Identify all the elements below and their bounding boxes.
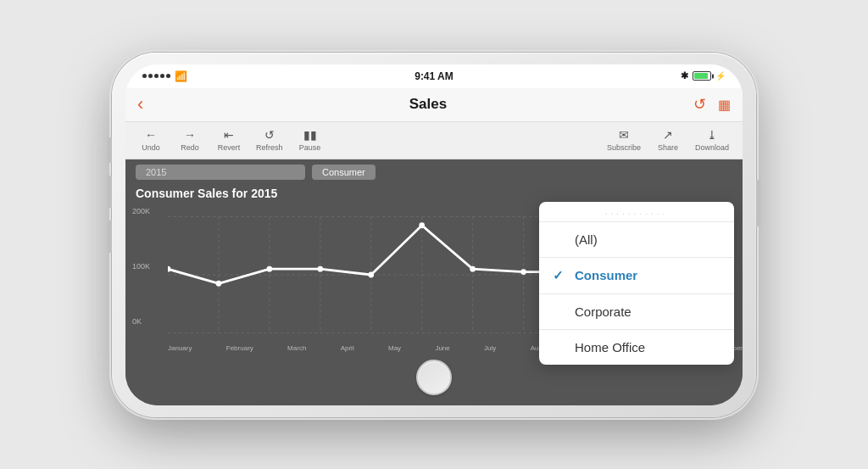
battery-fill xyxy=(694,73,708,79)
signal-dots xyxy=(142,74,170,78)
dropdown-overlay: ........... (All) ✓ Consumer Corporate xyxy=(539,202,734,365)
dropdown-check-consumer: ✓ xyxy=(553,268,566,283)
home-button[interactable] xyxy=(416,360,452,395)
svg-point-13 xyxy=(168,265,170,271)
volume-up-button[interactable] xyxy=(108,176,112,208)
share-label: Share xyxy=(658,143,678,152)
navigation-bar: ‹ Sales ↺ ▦ xyxy=(125,88,743,122)
x-label-jul: July xyxy=(484,344,496,352)
download-icon: ⤓ xyxy=(707,128,717,142)
refresh-button[interactable]: ↺ Refresh xyxy=(249,125,290,155)
dropdown-label-corporate: Corporate xyxy=(575,304,632,319)
nav-actions: ↺ ▦ xyxy=(693,95,731,114)
chart-filter-pill[interactable]: Consumer xyxy=(312,165,376,180)
power-button[interactable] xyxy=(756,180,760,226)
chart-header: 2015 Consumer xyxy=(125,159,743,185)
toolbar-share-group: ✉ Subscribe ↗ Share ⤓ Download xyxy=(600,125,736,155)
subscribe-label: Subscribe xyxy=(607,143,641,152)
toolbar-edit-group: ← Undo → Redo ⇤ Revert ↺ Refresh ▮▮ Pa xyxy=(132,125,329,155)
undo-button[interactable]: ← Undo xyxy=(132,125,170,155)
status-bar: 📶 9:41 AM ✱ ⚡ xyxy=(125,64,743,88)
grid-nav-icon[interactable]: ▦ xyxy=(718,97,731,113)
revert-button[interactable]: ⇤ Revert xyxy=(210,125,248,155)
svg-point-18 xyxy=(419,222,425,228)
redo-label: Redo xyxy=(181,143,199,152)
wifi-icon: 📶 xyxy=(175,70,187,82)
revert-icon: ⇤ xyxy=(224,128,234,142)
dropdown-item-all[interactable]: (All) xyxy=(539,222,734,257)
x-label-mar: March xyxy=(287,344,306,352)
share-button[interactable]: ↗ Share xyxy=(649,125,687,155)
subscribe-button[interactable]: ✉ Subscribe xyxy=(600,125,648,155)
svg-point-20 xyxy=(520,269,526,275)
pause-button[interactable]: ▮▮ Pause xyxy=(292,125,329,155)
battery-indicator xyxy=(693,71,711,81)
status-time: 9:41 AM xyxy=(415,70,453,82)
x-label-jun: June xyxy=(435,344,449,352)
dropdown-label-homeoffice: Home Office xyxy=(575,340,645,355)
dropdown-label-all: (All) xyxy=(575,232,598,247)
redo-button[interactable]: → Redo xyxy=(171,125,209,155)
download-button[interactable]: ⤓ Download xyxy=(688,125,736,155)
refresh-nav-icon[interactable]: ↺ xyxy=(693,95,706,114)
redo-icon: → xyxy=(184,128,196,142)
volume-down-button[interactable] xyxy=(108,221,112,253)
refresh-label: Refresh xyxy=(256,143,283,152)
charging-icon: ⚡ xyxy=(715,71,726,81)
x-label-apr: April xyxy=(341,344,354,352)
dropdown-item-consumer[interactable]: ✓ Consumer xyxy=(539,258,734,293)
status-right: ✱ ⚡ xyxy=(681,70,726,81)
x-label-jan: January xyxy=(168,344,192,352)
svg-point-17 xyxy=(368,271,374,277)
undo-label: Undo xyxy=(142,143,160,152)
dropdown-handle: ........... xyxy=(539,202,734,221)
share-icon: ↗ xyxy=(663,128,673,142)
y-label-200k: 200K xyxy=(132,207,150,215)
toolbar: ← Undo → Redo ⇤ Revert ↺ Refresh ▮▮ Pa xyxy=(125,122,743,159)
x-label-feb: February xyxy=(226,344,253,352)
download-label: Download xyxy=(695,143,729,152)
chart-y-labels: 200K 100K 0K xyxy=(132,207,150,326)
page-title: Sales xyxy=(409,96,447,113)
undo-icon: ← xyxy=(145,128,157,142)
subscribe-icon: ✉ xyxy=(619,128,629,142)
y-label-0k: 0K xyxy=(132,317,150,326)
dropdown-item-homeoffice[interactable]: Home Office xyxy=(539,330,734,365)
mute-button[interactable] xyxy=(108,137,112,163)
svg-point-16 xyxy=(317,265,323,271)
chart-year-pill[interactable]: 2015 xyxy=(136,165,305,180)
phone-device: 📶 9:41 AM ✱ ⚡ ‹ Sales ↺ ▦ ← xyxy=(112,53,756,417)
back-button[interactable]: ‹ xyxy=(137,93,163,115)
pause-label: Pause xyxy=(299,143,321,152)
bluetooth-icon: ✱ xyxy=(681,70,688,81)
refresh-icon: ↺ xyxy=(264,128,275,142)
revert-label: Revert xyxy=(218,143,241,152)
pause-icon: ▮▮ xyxy=(303,128,317,142)
status-left: 📶 xyxy=(142,70,187,82)
y-label-100k: 100K xyxy=(132,262,150,271)
dropdown-label-consumer: Consumer xyxy=(575,268,637,282)
dropdown-item-corporate[interactable]: Corporate xyxy=(539,294,734,329)
svg-point-19 xyxy=(470,265,476,271)
x-label-may: May xyxy=(388,344,401,352)
svg-point-15 xyxy=(267,265,273,271)
phone-screen: 📶 9:41 AM ✱ ⚡ ‹ Sales ↺ ▦ ← xyxy=(125,64,743,405)
svg-point-14 xyxy=(216,280,222,286)
